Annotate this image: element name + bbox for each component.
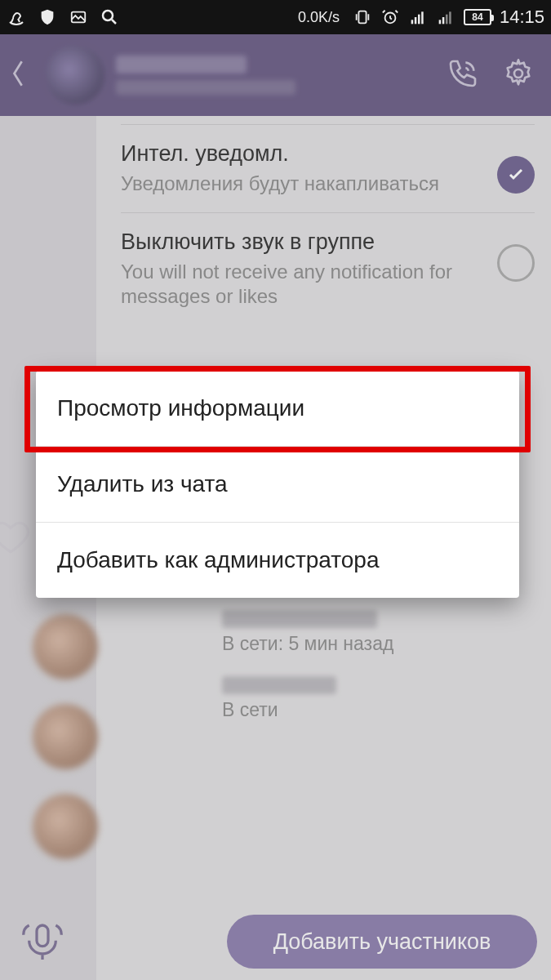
- menu-add-as-admin[interactable]: Добавить как администратора: [36, 522, 519, 598]
- menu-remove-from-chat[interactable]: Удалить из чата: [36, 446, 519, 522]
- screen: 0.0K/s 84 14:15: [0, 0, 551, 980]
- context-menu: Просмотр информации Удалить из чата Доба…: [36, 371, 519, 598]
- menu-view-info[interactable]: Просмотр информации: [36, 371, 519, 446]
